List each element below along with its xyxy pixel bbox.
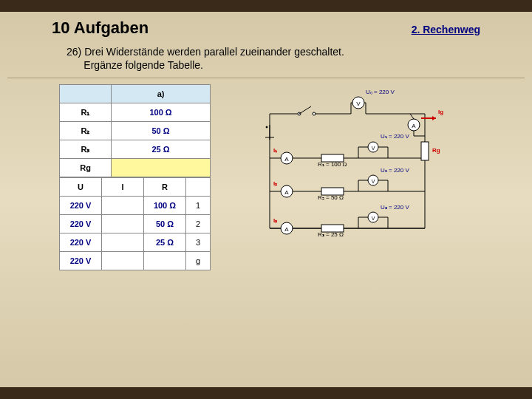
table-cell: 100 Ω xyxy=(144,197,186,215)
table-cell xyxy=(112,159,211,177)
circuit-label-r3: R₃ = 25 Ω xyxy=(318,231,344,238)
table-cell xyxy=(102,215,144,233)
circuit-label-i2: I₂ xyxy=(273,180,277,187)
svg-rect-42 xyxy=(421,142,429,160)
table-cell xyxy=(102,197,144,215)
table-cell: R₃ xyxy=(60,140,112,159)
circuit-label-u3: U₃ = 220 V xyxy=(381,204,409,211)
table-cell: 220 V xyxy=(60,215,102,233)
circuit-label-ig: Ig xyxy=(438,109,443,115)
circuit-label-r2: R₂ = 50 Ω xyxy=(318,194,344,201)
tables-container: a) R₁100 Ω R₂50 Ω R₃25 Ω Rg U I R 220 V1… xyxy=(59,84,211,270)
uir-table: U I R 220 V100 Ω1 220 V50 Ω2 220 V25 Ω3 … xyxy=(59,177,211,270)
table-cell: 25 Ω xyxy=(112,140,211,159)
table-cell: a) xyxy=(112,85,211,103)
table-cell: U xyxy=(60,178,102,197)
table-cell: g xyxy=(186,252,211,270)
circuit-label-i1: I₁ xyxy=(273,147,277,154)
table-cell xyxy=(102,252,144,270)
table-cell: 220 V xyxy=(60,197,102,215)
svg-text:A: A xyxy=(284,226,289,233)
page-title: 10 Aufgaben xyxy=(52,18,149,38)
problem-line2: Ergänze folgende Tabelle. xyxy=(83,59,203,71)
svg-text:A: A xyxy=(284,189,289,196)
svg-text:V: V xyxy=(372,216,375,221)
svg-point-1 xyxy=(266,126,267,128)
problem-line1: Drei Widerstände werden parallel zueinan… xyxy=(84,46,344,58)
svg-text:V: V xyxy=(372,179,375,184)
circuit-diagram: V A A V xyxy=(255,84,447,239)
svg-line-5 xyxy=(299,106,311,114)
table-cell xyxy=(60,85,112,103)
circuit-svg: V A A V xyxy=(255,84,447,239)
circuit-label-r1: R₁ = 100 Ω xyxy=(318,161,347,168)
table-cell: 50 Ω xyxy=(144,215,186,233)
table-cell: R₂ xyxy=(60,122,112,140)
rechenweg-link[interactable]: 2. Rechenweg xyxy=(412,24,480,35)
circuit-label-u0: U₀ = 220 V xyxy=(366,89,395,95)
table-cell: I xyxy=(102,178,144,197)
table-cell: 220 V xyxy=(60,233,102,252)
svg-point-4 xyxy=(313,112,316,115)
svg-text:V: V xyxy=(372,146,375,151)
svg-line-14 xyxy=(410,114,414,119)
table-cell: R xyxy=(144,178,186,197)
table-cell: 220 V xyxy=(60,252,102,270)
svg-text:A: A xyxy=(284,156,289,163)
table-cell: 25 Ω xyxy=(144,233,186,252)
resistance-table: a) R₁100 Ω R₂50 Ω R₃25 Ω Rg xyxy=(59,84,211,177)
circuit-label-u2: U₂ = 220 V xyxy=(381,167,409,174)
table-cell xyxy=(186,178,211,197)
table-cell: 3 xyxy=(186,233,211,252)
circuit-label-i3: I₃ xyxy=(273,217,277,224)
svg-marker-44 xyxy=(432,116,436,120)
table-cell: 2 xyxy=(186,215,211,233)
table-cell: 100 Ω xyxy=(112,103,211,122)
table-cell xyxy=(102,233,144,252)
circuit-label-rg: Rg xyxy=(432,147,440,154)
problem-text: 26) Drei Widerstände werden parallel zue… xyxy=(0,41,532,72)
svg-text:V: V xyxy=(356,100,361,107)
table-cell: 50 Ω xyxy=(112,122,211,140)
table-cell: 1 xyxy=(186,197,211,215)
svg-text:A: A xyxy=(412,123,416,129)
table-cell: Rg xyxy=(60,159,112,177)
problem-number: 26) xyxy=(66,46,81,58)
circuit-label-u1: U₁ = 220 V xyxy=(381,133,409,140)
table-cell: R₁ xyxy=(60,103,112,122)
table-cell xyxy=(144,252,186,270)
